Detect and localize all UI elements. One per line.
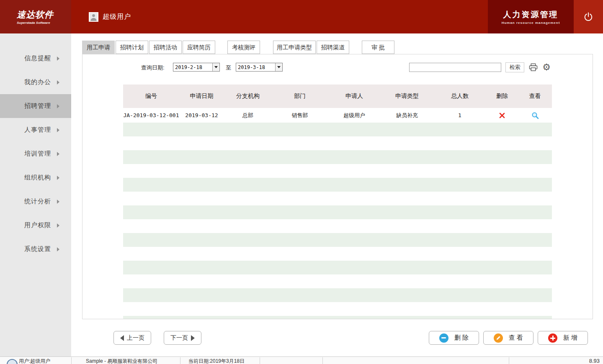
content-panel: 查询日期: 2019-2-18 至 2019-3-18 检索 ⚙ 编号 申请日期… [82, 54, 593, 319]
sidebar-item-label: 组织机构 [24, 174, 51, 182]
table-row: JA-2019-03-12-001 2019-03-12 总部 销售部 超级用户… [123, 108, 552, 123]
chevron-right-icon [57, 247, 59, 251]
cell-applicant: 超级用户 [328, 112, 381, 119]
power-icon [583, 11, 594, 22]
cell-apply-type: 缺员补充 [381, 112, 433, 119]
divider [71, 357, 72, 364]
divider [322, 357, 323, 364]
cell-apply-date: 2019-03-12 [179, 112, 224, 118]
current-user-label[interactable]: 超级用户 [103, 13, 131, 21]
column-header-view: 查看 [518, 92, 552, 100]
minus-circle-icon [439, 333, 448, 343]
chevron-right-icon [57, 223, 59, 228]
sidebar-item-hr-mgmt[interactable]: 人事管理 [0, 118, 71, 142]
empty-table-row [123, 205, 552, 219]
tab-recruit-channel[interactable]: 招聘渠道 [317, 41, 349, 54]
delete-button-label: 删 除 [454, 334, 469, 342]
chevron-right-icon [57, 176, 59, 180]
empty-table-row [123, 123, 552, 136]
logo-text-cn: 速达软件 [17, 9, 71, 21]
tab-recruit-activity[interactable]: 招聘活动 [149, 41, 182, 54]
status-company: Sample - 易顺服装鞋业有限公司 [86, 358, 157, 364]
sidebar-item-system-settings[interactable]: 系统设置 [0, 237, 71, 261]
table-header-row: 编号 申请日期 分支机构 部门 申请人 申请类型 总人数 删除 查看 [123, 85, 552, 108]
print-icon [529, 63, 538, 72]
column-header-department: 部门 [272, 92, 328, 100]
topbar: 速达软件 Superstada Software 超级用户 人力资源管理 Hum… [0, 0, 603, 33]
pencil-icon [496, 336, 501, 341]
gear-icon: ⚙ [542, 63, 551, 72]
empty-table-row [123, 288, 552, 302]
magnifier-icon [531, 112, 539, 119]
column-header-delete: 删除 [486, 92, 518, 100]
sidebar-item-info-reminder[interactable]: 信息提醒 [0, 46, 71, 70]
sidebar-item-my-office[interactable]: 我的办公 [0, 70, 71, 94]
query-toolbar: 查询日期: 2019-2-18 至 2019-3-18 检索 ⚙ [82, 54, 593, 75]
prev-page-label: 上一页 [127, 334, 144, 342]
settings-button[interactable]: ⚙ [541, 62, 551, 72]
status-version: 8.93 [589, 358, 600, 364]
view-button[interactable]: 查 看 [483, 331, 533, 345]
add-button[interactable]: 新 增 [538, 331, 588, 345]
empty-table-row [123, 150, 552, 164]
delete-x-icon [499, 112, 505, 119]
product-title-cn: 人力资源管理 [503, 9, 559, 20]
empty-table-row [123, 192, 552, 205]
tab-recruit-plan[interactable]: 招聘计划 [116, 41, 148, 54]
column-header-applicant: 申请人 [328, 92, 381, 100]
logout-button[interactable] [574, 0, 603, 33]
chevron-right-icon [57, 200, 59, 204]
empty-table-row [123, 247, 552, 261]
divider [180, 357, 180, 364]
sidebar-item-org-structure[interactable]: 组织机构 [0, 166, 71, 190]
cell-branch: 总部 [224, 112, 272, 119]
column-header-apply-date: 申请日期 [179, 92, 224, 100]
chevron-right-icon [57, 80, 59, 85]
tab-employment-request[interactable]: 用工申请 [82, 41, 115, 54]
globe-icon [7, 359, 18, 364]
divider [260, 357, 260, 364]
arrow-right-icon [191, 335, 195, 341]
prev-page-button[interactable]: 上一页 [113, 331, 151, 345]
plus-circle-icon [548, 333, 557, 343]
next-page-button[interactable]: 下一页 [164, 331, 201, 345]
sidebar: 信息提醒 我的办公 招聘管理 人事管理 培训管理 组织机构 统计分析 用户权限 … [0, 33, 71, 356]
tab-request-type[interactable]: 用工申请类型 [273, 41, 316, 54]
column-header-branch: 分支机构 [224, 92, 272, 100]
date-to-select[interactable]: 2019-3-18 [236, 63, 283, 72]
delete-button[interactable]: 删 除 [429, 331, 479, 345]
topbar-main: 超级用户 [71, 0, 488, 33]
column-header-apply-type: 申请类型 [381, 92, 433, 100]
person-icon [90, 13, 98, 21]
row-view-button[interactable] [518, 112, 552, 119]
tab-assessment[interactable]: 考核测评 [227, 41, 260, 54]
query-date-label: 查询日期: [141, 64, 165, 72]
empty-table-row [123, 302, 552, 316]
sidebar-item-recruit-mgmt[interactable]: 招聘管理 [0, 94, 71, 118]
search-input[interactable] [409, 63, 501, 72]
print-button[interactable] [528, 62, 538, 72]
logo-text-en: Superstada Software [17, 21, 71, 25]
status-user: 用户:超级用户 [19, 358, 50, 364]
empty-table-row [123, 219, 552, 233]
sidebar-item-user-permission[interactable]: 用户权限 [0, 213, 71, 237]
tab-approval[interactable]: 审 批 [362, 41, 394, 54]
sidebar-item-label: 我的办公 [24, 78, 51, 86]
sidebar-item-stats-analysis[interactable]: 统计分析 [0, 190, 71, 213]
date-from-select[interactable]: 2019-2-18 [173, 63, 220, 72]
sidebar-item-label: 人事管理 [24, 126, 51, 134]
tab-resume[interactable]: 应聘简历 [183, 41, 215, 54]
search-button[interactable]: 检索 [505, 62, 524, 72]
empty-table-row [123, 233, 552, 247]
cell-id: JA-2019-03-12-001 [123, 112, 179, 118]
row-delete-button[interactable] [486, 112, 518, 119]
to-label: 至 [226, 64, 231, 72]
sidebar-item-label: 招聘管理 [24, 102, 51, 110]
add-button-label: 新 增 [563, 334, 577, 342]
empty-table-row [123, 136, 552, 150]
dropdown-button[interactable] [212, 63, 219, 71]
dropdown-button[interactable] [275, 63, 282, 71]
sidebar-item-label: 培训管理 [24, 150, 51, 158]
date-from-value: 2019-2-18 [173, 64, 212, 70]
sidebar-item-training-mgmt[interactable]: 培训管理 [0, 142, 71, 166]
